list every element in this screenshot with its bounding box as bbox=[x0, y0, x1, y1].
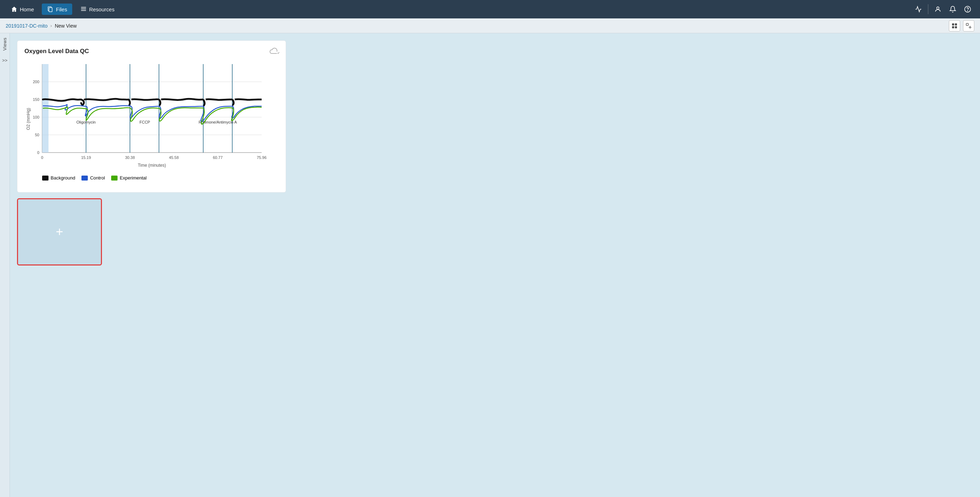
experimental-swatch bbox=[111, 176, 118, 181]
notifications-icon-btn[interactable] bbox=[946, 3, 959, 16]
background-swatch bbox=[42, 176, 48, 181]
control-label: Control bbox=[90, 175, 105, 181]
control-swatch bbox=[81, 176, 88, 181]
svg-rect-3 bbox=[81, 8, 86, 9]
svg-rect-2 bbox=[81, 7, 86, 8]
legend-background: Background bbox=[42, 175, 75, 181]
grid-view-btn[interactable] bbox=[949, 20, 960, 32]
background-label: Background bbox=[51, 175, 75, 181]
views-label: Views bbox=[2, 38, 8, 51]
svg-text:100: 100 bbox=[33, 115, 39, 119]
cloud-upload-icon[interactable] bbox=[269, 47, 279, 57]
svg-text:0: 0 bbox=[41, 156, 43, 160]
svg-rect-4 bbox=[81, 10, 86, 11]
top-nav: Home Files Resources bbox=[0, 0, 980, 18]
svg-text:60.77: 60.77 bbox=[213, 156, 223, 160]
legend-experimental: Experimental bbox=[111, 175, 146, 181]
nav-right bbox=[912, 3, 974, 16]
chart-wrapper: 0 50 100 150 200 O2 (mmHg) 0 15.19 3 bbox=[24, 60, 278, 171]
svg-rect-9 bbox=[955, 23, 957, 25]
nav-resources[interactable]: Resources bbox=[75, 3, 120, 15]
breadcrumb-right bbox=[949, 20, 974, 32]
breadcrumb-separator: › bbox=[50, 23, 52, 28]
breadcrumb-parent[interactable]: 20191017-DC-mito bbox=[6, 23, 48, 29]
svg-text:Time (minutes): Time (minutes) bbox=[138, 163, 166, 168]
add-panel-plus-icon: + bbox=[56, 225, 63, 238]
svg-text:200: 200 bbox=[33, 79, 39, 84]
chart-legend: Background Control Experimental bbox=[24, 175, 278, 181]
svg-rect-12 bbox=[966, 23, 968, 25]
files-icon bbox=[47, 6, 54, 13]
svg-text:75.96: 75.96 bbox=[257, 156, 267, 160]
views-sidebar: Views >> bbox=[0, 33, 10, 497]
svg-rect-11 bbox=[955, 26, 957, 28]
svg-text:30.38: 30.38 bbox=[125, 156, 135, 160]
svg-rect-1 bbox=[49, 8, 52, 12]
nav-home-label: Home bbox=[20, 6, 34, 13]
svg-point-5 bbox=[937, 7, 939, 9]
svg-rect-10 bbox=[952, 26, 954, 28]
home-icon bbox=[11, 6, 18, 13]
oxygen-chart: 0 50 100 150 200 O2 (mmHg) 0 15.19 3 bbox=[24, 60, 272, 170]
breadcrumb-current: New View bbox=[55, 23, 77, 29]
analytics-icon-btn[interactable] bbox=[912, 3, 925, 16]
add-panel-btn[interactable]: + bbox=[17, 198, 102, 265]
experimental-label: Experimental bbox=[120, 175, 146, 181]
svg-rect-8 bbox=[952, 23, 954, 25]
svg-text:0: 0 bbox=[37, 151, 39, 155]
svg-text:50: 50 bbox=[35, 133, 39, 137]
breadcrumb-bar: 20191017-DC-mito › New View bbox=[0, 18, 980, 33]
content-area: Oxygen Level Data QC bbox=[10, 33, 980, 497]
help-icon-btn[interactable] bbox=[961, 3, 974, 16]
chart-title: Oxygen Level Data QC bbox=[24, 48, 278, 55]
svg-text:O2 (mmHg): O2 (mmHg) bbox=[26, 108, 31, 130]
svg-text:FCCP: FCCP bbox=[140, 120, 150, 124]
breadcrumb: 20191017-DC-mito › New View bbox=[6, 23, 77, 29]
resources-icon bbox=[80, 6, 87, 13]
legend-control: Control bbox=[81, 175, 105, 181]
nav-files[interactable]: Files bbox=[42, 3, 72, 15]
nav-files-label: Files bbox=[56, 6, 67, 13]
svg-text:150: 150 bbox=[33, 97, 39, 102]
svg-text:15.19: 15.19 bbox=[81, 156, 91, 160]
main-area: Views >> Oxygen Level Data QC bbox=[0, 33, 980, 497]
views-expand-btn[interactable]: >> bbox=[1, 56, 9, 64]
nav-resources-label: Resources bbox=[89, 6, 115, 13]
nav-divider-1 bbox=[928, 4, 928, 14]
svg-text:45.58: 45.58 bbox=[169, 156, 179, 160]
nav-home[interactable]: Home bbox=[6, 3, 39, 15]
add-view-btn[interactable] bbox=[963, 20, 974, 32]
user-icon-btn[interactable] bbox=[931, 3, 945, 16]
chart-card: Oxygen Level Data QC bbox=[17, 40, 286, 192]
